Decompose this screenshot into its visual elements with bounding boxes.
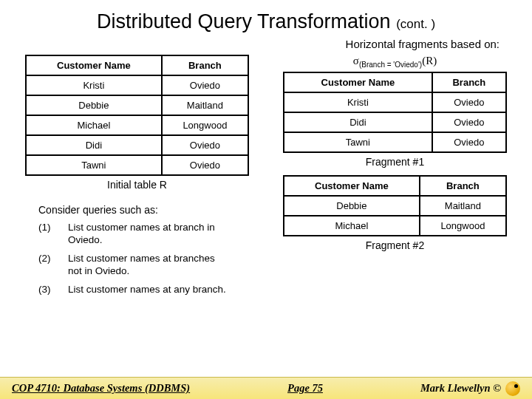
col-header: Branch (432, 72, 506, 92)
query-text: List customer names at branches not in O… (68, 253, 231, 278)
sigma-symbol: σ (353, 55, 359, 66)
list-item: (2)List customer names at branches not i… (38, 253, 249, 278)
table-row: DebbieMaitland (26, 95, 248, 115)
cell: Didi (284, 112, 432, 132)
col-header: Branch (162, 55, 248, 75)
cell: Didi (26, 135, 162, 155)
footer-author: Mark Llewellyn © (420, 382, 501, 395)
cell: Oviedo (162, 75, 248, 95)
initial-table: Customer Name Branch KristiOviedo Debbie… (25, 55, 249, 176)
cell: Tawni (26, 155, 162, 175)
table-row: DidiOviedo (284, 112, 506, 132)
sigma-rel: (R) (422, 55, 437, 66)
list-item: (3)List customer names at any branch. (38, 284, 249, 296)
table-row: DebbieMaitland (284, 196, 506, 216)
ucf-logo-icon (505, 381, 520, 396)
cell: Oviedo (162, 155, 248, 175)
cell: Tawni (284, 132, 432, 152)
table-row: MichaelLongwood (284, 216, 506, 236)
cell: Oviedo (432, 132, 506, 152)
initial-table-caption: Initial table R (25, 179, 249, 191)
cell: Kristi (26, 75, 162, 95)
consider-label: Consider queries such as: (38, 204, 249, 216)
sigma-sub: (Branch = 'Oviedo') (359, 61, 422, 69)
fragment2-caption: Fragment #2 (283, 239, 507, 251)
table-row: Customer Name Branch (26, 55, 248, 75)
query-list: (1)List customer names at branch in Ovie… (38, 222, 249, 296)
left-column: Customer Name Branch KristiOviedo Debbie… (25, 55, 249, 301)
table-row: TawniOviedo (26, 155, 248, 175)
right-column: σ(Branch = 'Oviedo')(R) Customer Name Br… (283, 55, 507, 259)
col-header: Customer Name (284, 72, 432, 92)
query-text: List customer names at any branch. (68, 284, 226, 296)
footer-left: COP 4710: Database Systems (DDBMS) (12, 382, 190, 395)
cell: Oviedo (432, 112, 506, 132)
table-row: KristiOviedo (284, 92, 506, 112)
subhead: Horizontal fragments based on: (25, 38, 499, 50)
query-text: List customer names at branch in Oviedo. (68, 222, 231, 247)
cell: Michael (284, 216, 420, 236)
table-row: Customer Name Branch (284, 176, 506, 196)
cell: Debbie (26, 95, 162, 115)
fragment2-table: Customer Name Branch DebbieMaitland Mich… (283, 175, 507, 236)
cell: Michael (26, 115, 162, 135)
col-header: Branch (420, 176, 506, 196)
query-num: (2) (38, 253, 58, 278)
query-num: (1) (38, 222, 58, 247)
title-text: Distributed Query Transformation (97, 10, 391, 33)
content-columns: Customer Name Branch KristiOviedo Debbie… (25, 55, 507, 301)
title-cont: (cont. ) (396, 17, 435, 31)
footer-right: Mark Llewellyn © (420, 381, 520, 396)
footer-center: Page 75 (190, 382, 420, 395)
cell: Debbie (284, 196, 420, 216)
fragment1-table: Customer Name Branch KristiOviedo DidiOv… (283, 72, 507, 153)
table-row: KristiOviedo (26, 75, 248, 95)
cell: Kristi (284, 92, 432, 112)
table-row: TawniOviedo (284, 132, 506, 152)
table-row: DidiOviedo (26, 135, 248, 155)
cell: Oviedo (162, 135, 248, 155)
slide-title: Distributed Query Transformation (cont. … (25, 10, 507, 33)
list-item: (1)List customer names at branch in Ovie… (38, 222, 249, 247)
slide-footer: COP 4710: Database Systems (DDBMS) Page … (0, 377, 532, 399)
cell: Longwood (420, 216, 506, 236)
cell: Longwood (162, 115, 248, 135)
col-header: Customer Name (26, 55, 162, 75)
cell: Maitland (162, 95, 248, 115)
cell: Oviedo (432, 92, 506, 112)
table-row: Customer Name Branch (284, 72, 506, 92)
fragment1-caption: Fragment #1 (283, 156, 507, 168)
selection-formula: σ(Branch = 'Oviedo')(R) (283, 55, 507, 69)
cell: Maitland (420, 196, 506, 216)
slide: Distributed Query Transformation (cont. … (0, 0, 532, 399)
table-row: MichaelLongwood (26, 115, 248, 135)
col-header: Customer Name (284, 176, 420, 196)
query-num: (3) (38, 284, 58, 296)
